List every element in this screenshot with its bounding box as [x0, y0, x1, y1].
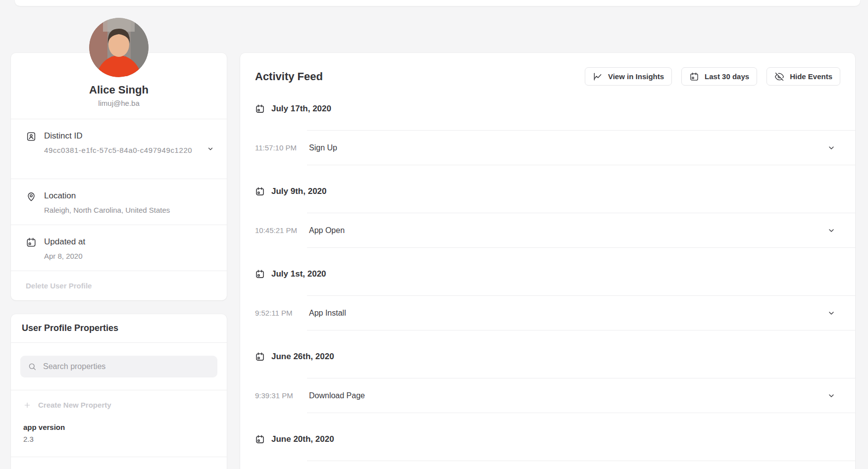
event-group: June 26th, 2020 9:39:31 PM Download Page	[255, 351, 855, 413]
create-new-property-label: Create New Property	[38, 401, 111, 409]
event-row[interactable]: 9:39:31 PM Download Page	[307, 378, 855, 413]
user-profile-properties-card: User Profile Properties Create New Prope…	[11, 314, 227, 469]
event-time: 11:57:10 PM	[255, 143, 297, 152]
button-label: Hide Events	[790, 72, 832, 81]
field-label: Updated at	[44, 236, 85, 247]
date-label: July 17th, 2020	[271, 104, 331, 114]
field-updated-at: Updated at Apr 8, 2020	[11, 225, 227, 271]
date-label: July 9th, 2020	[271, 187, 327, 196]
event-name: App Open	[309, 226, 345, 235]
activity-feed-card: Activity Feed View in Insights	[240, 53, 855, 469]
profile-email: limuj@he.ba	[11, 99, 227, 107]
event-group: July 17th, 2020 11:57:10 PM Sign Up	[255, 103, 855, 165]
feed-header: Activity Feed View in Insights	[240, 53, 855, 86]
calendar-icon	[255, 352, 265, 362]
top-bar-edge	[15, 0, 860, 6]
field-value: Raleigh, North Carolina, United States	[44, 204, 170, 216]
event-row[interactable]: 10:45:21 PM App Open	[307, 213, 855, 248]
field-distinct-id: Distinct ID 49cc0381-e1fc-57c5-84a0-c497…	[11, 119, 227, 179]
profile-card: Alice Singh limuj@he.ba Distinct ID 49cc…	[11, 53, 227, 300]
event-group: July 9th, 2020 10:45:21 PM App Open	[255, 186, 855, 248]
event-time: 9:52:11 PM	[255, 309, 293, 317]
date-header: June 20th, 2020	[255, 433, 855, 445]
profile-name: Alice Singh	[11, 84, 227, 96]
property-name: app version	[23, 423, 214, 431]
date-header: July 9th, 2020	[255, 186, 855, 197]
event-name: Sign Up	[309, 143, 337, 152]
chevron-down-icon[interactable]	[207, 145, 214, 152]
event-time: 10:45:21 PM	[255, 226, 297, 234]
chevron-down-icon[interactable]	[827, 144, 835, 152]
field-value: 49cc0381-e1fc-57c5-84a0-c497949c1220	[44, 144, 192, 156]
search-box[interactable]	[20, 356, 217, 377]
eye-off-icon	[774, 72, 784, 82]
event-name: Download Page	[309, 391, 365, 400]
date-header: July 1st, 2020	[255, 268, 855, 280]
button-label: View in Insights	[608, 72, 664, 81]
date-label: June 20th, 2020	[271, 434, 334, 444]
page-title: Activity Feed	[255, 70, 323, 83]
property-item[interactable]: app version 2.3	[11, 416, 227, 457]
calendar-icon	[255, 187, 265, 196]
event-row[interactable]: 9:52:11 PM App Install	[307, 295, 855, 330]
property-value: 2.3	[23, 435, 214, 443]
avatar	[89, 18, 149, 77]
date-header: June 26th, 2020	[255, 351, 855, 363]
event-row[interactable]: 11:57:10 PM Sign Up	[307, 130, 855, 165]
search-icon	[28, 362, 37, 371]
calendar-icon	[255, 434, 265, 444]
field-label: Distinct ID	[44, 131, 192, 141]
id-badge-icon	[26, 131, 37, 142]
view-in-insights-button[interactable]: View in Insights	[585, 67, 672, 86]
event-group: June 20th, 2020	[255, 433, 855, 461]
chevron-down-icon[interactable]	[827, 227, 835, 234]
properties-title: User Profile Properties	[11, 314, 227, 343]
search-section	[11, 343, 227, 390]
calendar-icon	[255, 104, 265, 114]
event-name: App Install	[309, 309, 346, 318]
event-group: July 1st, 2020 9:52:11 PM App Install	[255, 268, 855, 330]
feed-actions: View in Insights Last 30 days	[585, 67, 840, 86]
create-new-property-button[interactable]: Create New Property	[11, 390, 227, 416]
event-feed: July 17th, 2020 11:57:10 PM Sign Up July…	[255, 103, 855, 461]
delete-user-profile-button[interactable]: Delete User Profile	[11, 271, 227, 300]
field-value: Apr 8, 2020	[44, 250, 85, 262]
button-label: Last 30 days	[705, 72, 749, 81]
event-time: 9:39:31 PM	[255, 391, 293, 400]
calendar-icon	[689, 72, 699, 82]
event-divider	[307, 461, 855, 461]
chevron-down-icon[interactable]	[827, 309, 835, 317]
date-label: June 26th, 2020	[271, 352, 334, 362]
last-30-days-button[interactable]: Last 30 days	[681, 67, 757, 86]
date-label: July 1st, 2020	[271, 269, 326, 279]
hide-events-button[interactable]: Hide Events	[766, 67, 840, 86]
line-chart-icon	[593, 72, 603, 82]
location-pin-icon	[26, 191, 37, 202]
field-location: Location Raleigh, North Carolina, United…	[11, 179, 227, 225]
calendar-icon	[255, 269, 265, 279]
profile-sidebar: Alice Singh limuj@he.ba Distinct ID 49cc…	[11, 53, 227, 469]
field-label: Location	[44, 190, 170, 201]
date-header: July 17th, 2020	[255, 103, 855, 115]
chevron-down-icon[interactable]	[827, 392, 835, 400]
search-properties-input[interactable]	[42, 362, 210, 372]
calendar-icon	[26, 237, 37, 248]
plus-icon	[23, 401, 31, 409]
